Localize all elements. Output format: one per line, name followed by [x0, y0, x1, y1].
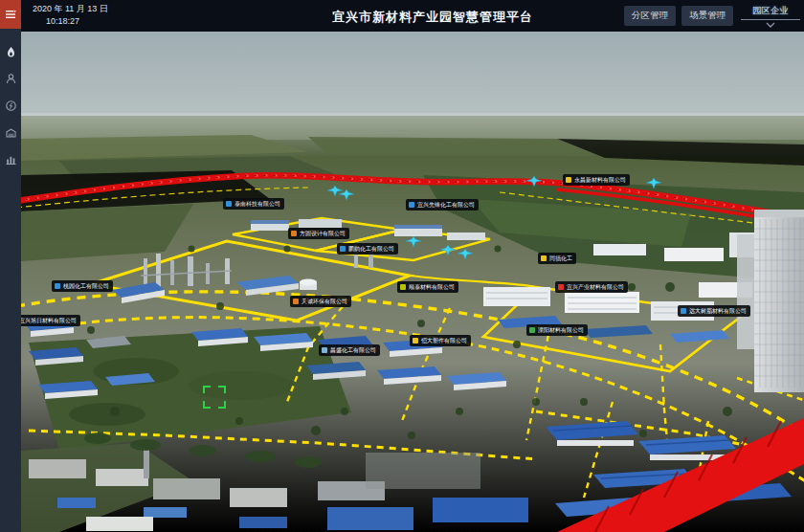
- time-text: 10:18:27: [46, 15, 108, 28]
- datetime-display: 2020 年 11 月 13 日 10:18:27: [33, 3, 108, 27]
- energy-tool[interactable]: [0, 92, 21, 119]
- company-marker-icon: [566, 177, 571, 183]
- company-marker-icon: [558, 284, 564, 290]
- date-text: 2020 年 11 月 13 日: [33, 3, 108, 15]
- company-name: 宜兴产业材料有限公司: [567, 284, 624, 290]
- company-name: 顺泰材料有限公司: [409, 284, 455, 290]
- dropdown-underline: [741, 19, 800, 20]
- company-marker-icon: [413, 338, 418, 344]
- statistics-tool[interactable]: [0, 145, 21, 172]
- company-name: 鹏鹞化工有限公司: [348, 246, 394, 252]
- user-icon: [5, 73, 17, 85]
- company-label[interactable]: 顺泰材料有限公司: [397, 281, 458, 293]
- company-name: 泰南科技有限公司: [234, 201, 280, 207]
- company-marker-icon: [291, 231, 297, 236]
- company-label[interactable]: 溧阳材料有限公司: [526, 324, 588, 336]
- page-title: 宜兴市新材料产业园智慧管理平台: [308, 9, 557, 26]
- bar-chart-icon: [5, 153, 17, 166]
- company-marker-icon: [409, 202, 414, 208]
- company-label[interactable]: 天诚环保有限公司: [290, 296, 351, 307]
- company-name: 桃园化工有限公司: [63, 283, 109, 289]
- company-name: 天诚环保有限公司: [302, 299, 347, 304]
- personnel-tool[interactable]: [0, 65, 21, 92]
- company-label[interactable]: 桃园化工有限公司: [52, 280, 113, 292]
- company-marker-icon: [55, 283, 60, 289]
- company-marker-icon: [226, 201, 232, 207]
- company-name: 宜兴先锋化工有限公司: [417, 202, 475, 208]
- company-label[interactable]: 鹏鹞化工有限公司: [337, 243, 398, 255]
- company-marker-icon: [400, 284, 406, 290]
- company-label[interactable]: 同德化工: [538, 253, 576, 264]
- company-name: 远大树脂材料有限公司: [689, 308, 747, 314]
- company-marker-icon: [293, 299, 299, 304]
- company-label[interactable]: 昌盛化工有限公司: [319, 344, 380, 356]
- company-name: 溧阳材料有限公司: [538, 327, 584, 333]
- chevron-down-icon: [765, 22, 776, 28]
- map-3d-view[interactable]: 泰南科技有限公司 宜兴先锋化工有限公司 永昌新材料有限公司 方圆设计有限公司 鹏…: [21, 32, 804, 532]
- company-marker-icon: [340, 246, 346, 252]
- toolbar-sidebar: [0, 0, 21, 532]
- menu-button[interactable]: [0, 0, 21, 29]
- company-name: 方圆设计有限公司: [300, 231, 346, 236]
- company-marker-icon: [322, 347, 327, 353]
- dropdown-label: 园区企业: [752, 2, 789, 19]
- company-marker-icon: [681, 308, 686, 314]
- company-name: 恒大塑件有限公司: [421, 338, 467, 344]
- zone-management-button[interactable]: 分区管理: [624, 6, 676, 26]
- flame-icon: [5, 46, 17, 58]
- company-name: 同德化工: [549, 255, 572, 261]
- company-label[interactable]: 宜兴产业材料有限公司: [555, 281, 628, 293]
- scene-management-button[interactable]: 场景管理: [681, 6, 733, 26]
- company-marker-icon: [541, 255, 547, 261]
- company-name: 永昌新材料有限公司: [574, 177, 626, 183]
- company-label[interactable]: 宜兴先锋化工有限公司: [406, 199, 479, 211]
- hamburger-icon: [5, 9, 16, 20]
- company-label[interactable]: 方圆设计有限公司: [288, 228, 349, 239]
- park-enterprise-dropdown[interactable]: 园区企业: [739, 2, 802, 30]
- power-icon: [5, 100, 17, 112]
- company-name: 宜兴旭日材料有限公司: [21, 318, 77, 323]
- company-label[interactable]: 永昌新材料有限公司: [563, 174, 630, 186]
- fire-monitor-tool[interactable]: [0, 38, 21, 65]
- factory-icon: [5, 126, 17, 139]
- company-marker-icon: [529, 327, 535, 333]
- company-label[interactable]: 宜兴旭日材料有限公司: [21, 315, 80, 326]
- top-header: 2020 年 11 月 13 日 10:18:27 宜兴市新材料产业园智慧管理平…: [21, 0, 804, 32]
- company-name: 昌盛化工有限公司: [330, 347, 376, 353]
- smart-park-platform: 2020 年 11 月 13 日 10:18:27 宜兴市新材料产业园智慧管理平…: [0, 0, 804, 532]
- company-label[interactable]: 远大树脂材料有限公司: [678, 305, 750, 317]
- company-label[interactable]: 泰南科技有限公司: [223, 198, 284, 210]
- enterprise-tool[interactable]: [0, 119, 21, 145]
- company-label[interactable]: 恒大塑件有限公司: [410, 335, 471, 346]
